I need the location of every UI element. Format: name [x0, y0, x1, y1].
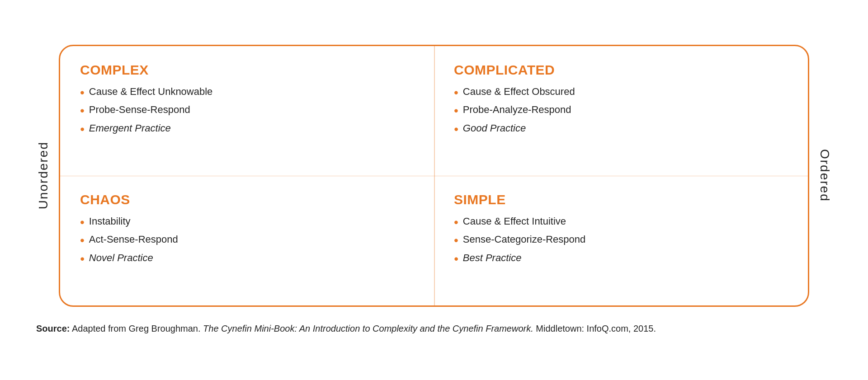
complex-list: • Cause & Effect Unknowable • Probe-Sens…: [80, 86, 414, 136]
unordered-label: Unordered: [36, 141, 51, 209]
bullet-dot: •: [80, 122, 85, 136]
bullet-dot: •: [80, 104, 85, 118]
list-item: • Probe-Sense-Respond: [80, 104, 414, 118]
bullet-dot: •: [80, 216, 85, 230]
list-item: • Probe-Analyze-Respond: [454, 104, 788, 118]
cynefin-diagram: Unordered COMPLEX • Cause & Effect Unkno…: [36, 45, 832, 307]
ordered-label: Ordered: [817, 149, 832, 202]
bullet-dot: •: [454, 216, 458, 230]
chaos-quadrant: CHAOS • Instability • Act-Sense-Respond …: [60, 176, 434, 305]
list-item: • Cause & Effect Unknowable: [80, 86, 414, 100]
bullet-dot: •: [80, 86, 85, 100]
complicated-list: • Cause & Effect Obscured • Probe-Analyz…: [454, 86, 788, 136]
list-item: • Act-Sense-Respond: [80, 234, 414, 248]
chaos-list: • Instability • Act-Sense-Respond • Nove…: [80, 216, 414, 266]
simple-quadrant: SIMPLE • Cause & Effect Intuitive • Sens…: [434, 176, 808, 305]
source-book-title: The Cynefin Mini-Book: An Introduction t…: [203, 324, 533, 333]
source-text: Adapted from Greg Broughman.: [70, 324, 203, 333]
list-item: • Best Practice: [454, 252, 788, 266]
complicated-quadrant: COMPLICATED • Cause & Effect Obscured • …: [434, 46, 808, 176]
bullet-dot: •: [454, 86, 458, 100]
source-label: Source:: [36, 324, 70, 333]
chaos-title: CHAOS: [80, 192, 414, 207]
bullet-dot: •: [80, 234, 85, 248]
bullet-dot: •: [454, 234, 458, 248]
complex-quadrant: COMPLEX • Cause & Effect Unknowable • Pr…: [60, 46, 434, 176]
bullet-dot: •: [454, 122, 458, 136]
source-citation: Source: Adapted from Greg Broughman. The…: [36, 321, 832, 336]
source-rest: Middletown: InfoQ.com, 2015.: [533, 324, 656, 333]
main-framework-box: COMPLEX • Cause & Effect Unknowable • Pr…: [59, 45, 809, 307]
list-item: • Novel Practice: [80, 252, 414, 266]
bullet-dot: •: [454, 252, 458, 266]
simple-list: • Cause & Effect Intuitive • Sense-Categ…: [454, 216, 788, 266]
list-item: • Sense-Categorize-Respond: [454, 234, 788, 248]
list-item: • Cause & Effect Obscured: [454, 86, 788, 100]
bullet-dot: •: [454, 104, 458, 118]
complex-title: COMPLEX: [80, 62, 414, 78]
list-item: • Instability: [80, 216, 414, 230]
list-item: • Good Practice: [454, 122, 788, 136]
simple-title: SIMPLE: [454, 192, 788, 207]
list-item: • Emergent Practice: [80, 122, 414, 136]
complicated-title: COMPLICATED: [454, 62, 788, 78]
bullet-dot: •: [80, 252, 85, 266]
list-item: • Cause & Effect Intuitive: [454, 216, 788, 230]
